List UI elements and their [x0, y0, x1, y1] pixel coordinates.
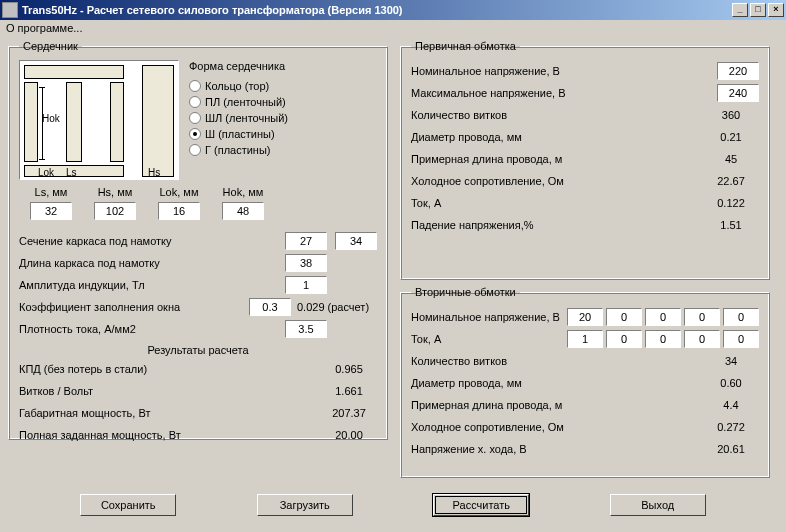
save-button[interactable]: Сохранить	[80, 494, 176, 516]
sec-nom-input-4[interactable]	[723, 308, 759, 326]
frame-length-input[interactable]	[285, 254, 327, 272]
primary-fieldset: Первичная обмотка Номинальное напряжение…	[400, 40, 770, 280]
kpd-value: 0.965	[321, 363, 377, 375]
frame-section-input-1[interactable]	[285, 232, 327, 250]
density-label: Плотность тока, А/мм2	[19, 323, 285, 335]
minimize-button[interactable]: _	[732, 3, 748, 17]
sec-turns-label: Количество витков	[411, 355, 703, 367]
radio-shl[interactable]: ШЛ (ленточный)	[189, 112, 288, 124]
diag-hs-label: Hs	[148, 167, 160, 178]
app-icon	[2, 2, 18, 18]
sec-len-label: Примерная длина провода, м	[411, 399, 703, 411]
maximize-button[interactable]: □	[750, 3, 766, 17]
lok-label: Lok, мм	[147, 186, 211, 198]
ls-input[interactable]	[30, 202, 72, 220]
load-button[interactable]: Загрузить	[257, 494, 353, 516]
fill-label: Коэффициент заполнения окна	[19, 301, 249, 313]
core-diagram: Hok Lok Ls Hs	[19, 60, 179, 180]
sec-cur-input-2[interactable]	[645, 330, 681, 348]
diag-ls-label: Ls	[66, 167, 77, 178]
gab-label: Габаритная мощность, Вт	[19, 407, 321, 419]
prim-res-value: 22.67	[703, 175, 759, 187]
core-fieldset: Сердечник Hok Lok Ls Hs	[8, 40, 388, 440]
sec-cur-input-3[interactable]	[684, 330, 720, 348]
results-header: Результаты расчета	[19, 344, 377, 356]
prim-drop-label: Падение напряжения,%	[411, 219, 703, 231]
sec-wire-value: 0.60	[703, 377, 759, 389]
menubar: О программе...	[0, 20, 786, 36]
sec-cur-input-0[interactable]	[567, 330, 603, 348]
fill-input[interactable]	[249, 298, 291, 316]
gab-value: 207.37	[321, 407, 377, 419]
secondary-legend: Вторичные обмотки	[411, 286, 520, 298]
secondary-fieldset: Вторичные обмотки Номинальное напряжение…	[400, 286, 770, 478]
calc-button[interactable]: Рассчитать	[433, 494, 529, 516]
lok-input[interactable]	[158, 202, 200, 220]
vpv-value: 1.661	[321, 385, 377, 397]
radio-ring[interactable]: Кольцо (тор)	[189, 80, 288, 92]
sec-res-label: Холодное сопротивление, Ом	[411, 421, 703, 433]
core-legend: Сердечник	[19, 40, 82, 52]
sec-nom-label: Номинальное напряжение, В	[411, 311, 567, 323]
core-form-label: Форма сердечника	[189, 60, 288, 72]
prim-max-input[interactable]	[717, 84, 759, 102]
menu-about[interactable]: О программе...	[6, 22, 82, 34]
prim-res-label: Холодное сопротивление, Ом	[411, 175, 703, 187]
prim-turns-value: 360	[703, 109, 759, 121]
radio-sh[interactable]: Ш (пластины)	[189, 128, 288, 140]
sec-res-value: 0.272	[703, 421, 759, 433]
sec-nom-input-0[interactable]	[567, 308, 603, 326]
frame-length-label: Длина каркаса под намотку	[19, 257, 285, 269]
titlebar: Trans50Hz - Расчет сетевого силового тра…	[0, 0, 786, 20]
diag-hok-label: Hok	[42, 113, 60, 124]
prim-len-label: Примерная длина провода, м	[411, 153, 703, 165]
prim-wire-value: 0.21	[703, 131, 759, 143]
frame-section-input-2[interactable]	[335, 232, 377, 250]
full-value: 20.00	[321, 429, 377, 441]
sec-nom-input-3[interactable]	[684, 308, 720, 326]
induction-input[interactable]	[285, 276, 327, 294]
prim-wire-label: Диаметр провода, мм	[411, 131, 703, 143]
sec-nom-input-2[interactable]	[645, 308, 681, 326]
sec-turns-value: 34	[703, 355, 759, 367]
induction-label: Амплитуда индукции, Тл	[19, 279, 285, 291]
sec-nom-input-1[interactable]	[606, 308, 642, 326]
prim-len-value: 45	[703, 153, 759, 165]
hok-label: Hok, мм	[211, 186, 275, 198]
prim-nom-input[interactable]	[717, 62, 759, 80]
vpv-label: Витков / Вольт	[19, 385, 321, 397]
kpd-label: КПД (без потерь в стали)	[19, 363, 321, 375]
prim-cur-label: Ток, А	[411, 197, 703, 209]
prim-nom-label: Номинальное напряжение, В	[411, 65, 717, 77]
ls-label: Ls, мм	[19, 186, 83, 198]
hs-label: Hs, мм	[83, 186, 147, 198]
sec-idle-label: Напряжение х. хода, В	[411, 443, 703, 455]
prim-drop-value: 1.51	[703, 219, 759, 231]
frame-section-label: Сечение каркаса под намотку	[19, 235, 285, 247]
radio-pl[interactable]: ПЛ (ленточный)	[189, 96, 288, 108]
sec-cur-input-4[interactable]	[723, 330, 759, 348]
full-label: Полная заданная мощность, Вт	[19, 429, 321, 441]
primary-legend: Первичная обмотка	[411, 40, 520, 52]
sec-wire-label: Диаметр провода, мм	[411, 377, 703, 389]
prim-max-label: Максимальное напряжение, В	[411, 87, 717, 99]
prim-cur-value: 0.122	[703, 197, 759, 209]
sec-cur-label: Ток, А	[411, 333, 567, 345]
close-button[interactable]: ×	[768, 3, 784, 17]
exit-button[interactable]: Выход	[610, 494, 706, 516]
hs-input[interactable]	[94, 202, 136, 220]
radio-g[interactable]: Г (пластины)	[189, 144, 288, 156]
diag-lok-label: Lok	[38, 167, 54, 178]
window-title: Trans50Hz - Расчет сетевого силового тра…	[22, 4, 732, 16]
prim-turns-label: Количество витков	[411, 109, 703, 121]
hok-input[interactable]	[222, 202, 264, 220]
fill-calc: 0.029 (расчет)	[297, 301, 377, 313]
sec-len-value: 4.4	[703, 399, 759, 411]
sec-cur-input-1[interactable]	[606, 330, 642, 348]
density-input[interactable]	[285, 320, 327, 338]
sec-idle-value: 20.61	[703, 443, 759, 455]
